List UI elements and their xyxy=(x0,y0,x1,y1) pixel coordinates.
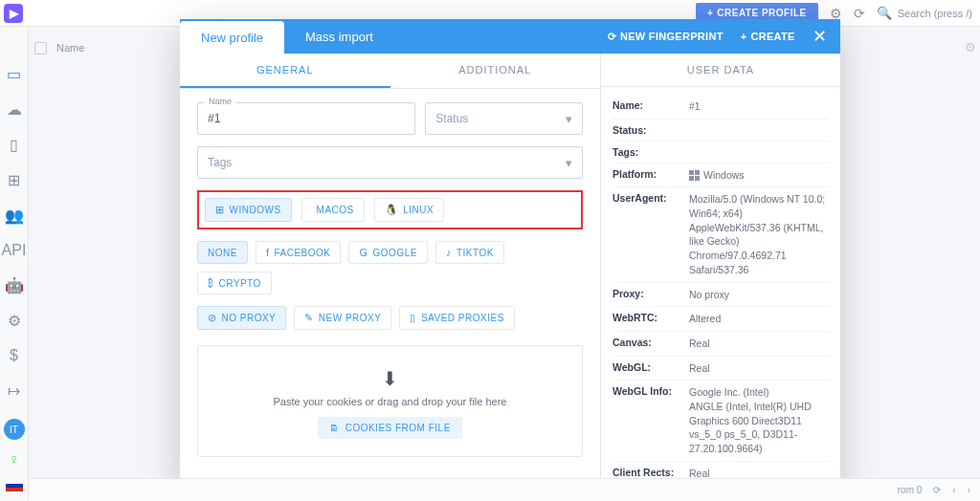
info-webglinfo-label: WebGL Info: xyxy=(612,385,689,455)
linux-icon: 🐧 xyxy=(385,204,399,216)
name-label: Name xyxy=(205,97,235,106)
download-icon: ⬇ xyxy=(208,367,572,390)
os-windows[interactable]: ⊞WINDOWS xyxy=(205,198,292,222)
chevron-down-icon: ▾ xyxy=(566,112,572,126)
info-status-label: Status: xyxy=(612,124,689,136)
info-proxy-label: Proxy: xyxy=(612,288,689,302)
sidebar-exit-icon[interactable]: ↦ xyxy=(8,381,20,400)
info-webrtc-value: Altered xyxy=(689,312,829,326)
sidebar-users-icon[interactable]: 👥 xyxy=(5,207,24,225)
tab-new-profile[interactable]: New profile xyxy=(180,21,284,54)
chevron-down-icon: ▾ xyxy=(566,156,572,170)
sub-tab-userdata[interactable]: USER DATA xyxy=(601,54,840,87)
status-select[interactable]: Status ▾ xyxy=(425,102,583,135)
os-linux[interactable]: 🐧LINUX xyxy=(374,198,444,222)
preset-facebook[interactable]: fFACEBOOK xyxy=(256,241,342,264)
info-status-value xyxy=(689,124,829,136)
refresh-icon: ⟳ xyxy=(608,31,616,43)
info-proxy-value: No proxy xyxy=(689,288,829,302)
info-canvas-label: Canvas: xyxy=(612,337,689,351)
info-tags-value xyxy=(689,146,829,158)
modal-header: New profile Mass import ⟳ NEW FINGERPRIN… xyxy=(180,19,840,54)
close-icon[interactable]: ✕ xyxy=(813,26,827,47)
os-macos[interactable]: MACOS xyxy=(301,198,365,222)
locale-flag[interactable] xyxy=(6,480,23,491)
sub-tab-additional[interactable]: ADDITIONAL xyxy=(390,54,601,88)
preset-row: NONE fFACEBOOK GGOOGLE ♪TIKTOK ₿CRYPTO xyxy=(197,241,583,294)
refresh-icon[interactable]: ⟳ xyxy=(854,6,865,21)
name-input[interactable] xyxy=(197,102,415,135)
drop-text: Paste your cookies or drag and drop your… xyxy=(208,396,572,407)
next-page[interactable]: › xyxy=(968,485,970,495)
info-name-value: #1 xyxy=(689,99,829,114)
info-tags-label: Tags: xyxy=(612,146,689,158)
edit-icon: ✎ xyxy=(304,312,314,324)
select-all-checkbox[interactable] xyxy=(34,42,47,54)
proxy-row: ⊘NO PROXY ✎NEW PROXY ▯SAVED PROXIES xyxy=(197,306,583,330)
app-logo: ▶ xyxy=(4,4,23,23)
sidebar-browser-icon[interactable]: ▭ xyxy=(7,65,21,83)
sidebar-settings-icon[interactable]: ⚙ xyxy=(8,312,21,330)
footer-from: rom 0 xyxy=(898,485,923,495)
search-icon: 🔍 xyxy=(877,6,892,20)
preset-none[interactable]: NONE xyxy=(197,241,248,264)
table-settings-icon[interactable]: ⚙ xyxy=(965,40,976,54)
search-placeholder: Search (press /) xyxy=(898,8,972,19)
cookies-button-label: COOKIES FROM FILE xyxy=(345,423,451,433)
preset-tiktok[interactable]: ♪TIKTOK xyxy=(435,241,504,264)
info-webglinfo-value: Google Inc. (Intel) ANGLE (Intel, Intel(… xyxy=(689,385,829,455)
sidebar-bookmark-icon[interactable]: ▯ xyxy=(10,136,18,154)
preset-crypto[interactable]: ₿CRYPTO xyxy=(197,272,272,294)
sidebar-cloud-icon[interactable]: ☁ xyxy=(7,100,22,119)
windows-icon: ⊞ xyxy=(215,204,225,216)
cookies-from-file-button[interactable]: 🗎 COOKIES FROM FILE xyxy=(318,417,462,439)
new-profile-modal: New profile Mass import ⟳ NEW FINGERPRIN… xyxy=(180,19,840,492)
crypto-icon: ₿ xyxy=(208,277,214,289)
ban-icon: ⊘ xyxy=(208,312,217,324)
status-placeholder: Status xyxy=(435,112,468,125)
sidebar-dollar-icon[interactable]: $ xyxy=(10,347,18,364)
right-panel: USER DATA Name:#1 Status: Tags: Platform… xyxy=(601,54,840,492)
left-sidebar: ▭ ☁ ▯ ⊞ 👥 API 🤖 ⚙ $ ↦ IT ♀ xyxy=(0,27,29,501)
google-icon: G xyxy=(359,247,368,258)
footer: rom 0 ⟳ ‹ › xyxy=(29,478,980,501)
search-box[interactable]: 🔍 Search (press /) xyxy=(877,6,972,20)
sidebar-robot-icon[interactable]: 🤖 xyxy=(5,276,24,294)
cookies-dropzone[interactable]: ⬇ Paste your cookies or drag and drop yo… xyxy=(197,345,583,457)
info-canvas-value: Real xyxy=(689,337,829,351)
avatar[interactable]: IT xyxy=(4,419,25,440)
info-useragent-value: Mozilla/5.0 (Windows NT 10.0; Win64; x64… xyxy=(689,192,829,276)
info-webrtc-label: WebRTC: xyxy=(612,312,689,326)
sidebar-extension-icon[interactable]: ⊞ xyxy=(8,171,20,189)
footer-nav: ‹ › xyxy=(952,485,970,495)
sub-tab-general[interactable]: GENERAL xyxy=(180,54,390,88)
footer-refresh-icon[interactable]: ⟳ xyxy=(933,485,941,495)
create-label: CREATE xyxy=(750,31,794,42)
sidebar-api-icon[interactable]: API xyxy=(2,242,27,259)
proxy-new[interactable]: ✎NEW PROXY xyxy=(294,306,391,330)
create-button[interactable]: + CREATE xyxy=(741,31,795,42)
proxy-none[interactable]: ⊘NO PROXY xyxy=(197,306,286,330)
info-webgl-label: WebGL: xyxy=(612,361,689,376)
info-useragent-label: UserAgent: xyxy=(612,192,689,276)
info-platform-label: Platform: xyxy=(612,168,689,183)
os-selector: ⊞WINDOWS MACOS 🐧LINUX xyxy=(197,190,583,229)
create-profile-label: CREATE PROFILE xyxy=(717,8,806,18)
prev-page[interactable]: ‹ xyxy=(952,485,955,495)
left-panel: GENERAL ADDITIONAL Name Status ▾ Tags xyxy=(180,54,601,492)
tags-select[interactable]: Tags ▾ xyxy=(197,146,583,179)
new-fingerprint-label: NEW FINGERPRINT xyxy=(620,31,724,42)
info-webgl-value: Real xyxy=(689,361,829,376)
preset-google[interactable]: GGOOGLE xyxy=(348,241,427,264)
tiktok-icon: ♪ xyxy=(446,247,452,258)
new-fingerprint-button[interactable]: ⟳ NEW FINGERPRINT xyxy=(608,31,724,43)
proxy-saved[interactable]: ▯SAVED PROXIES xyxy=(399,306,514,330)
sidebar-bulb-icon[interactable]: ♀ xyxy=(9,451,20,468)
col-name: Name xyxy=(56,42,84,54)
tags-placeholder: Tags xyxy=(208,156,232,169)
tab-mass-import[interactable]: Mass import xyxy=(284,19,394,54)
facebook-icon: f xyxy=(266,247,270,258)
info-name-label: Name: xyxy=(612,99,689,114)
sub-tabs: GENERAL ADDITIONAL xyxy=(180,54,600,89)
bookmark-icon: ▯ xyxy=(410,312,416,324)
